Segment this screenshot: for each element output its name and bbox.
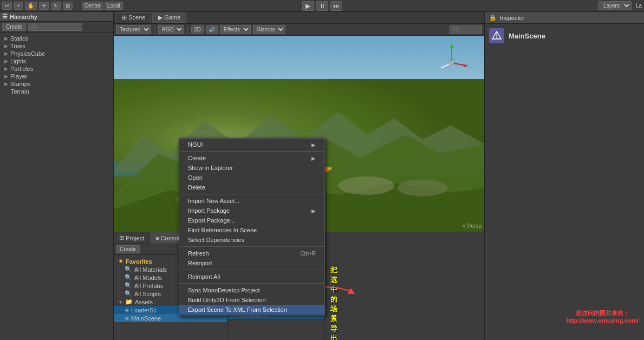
ctx-sep4	[179, 270, 324, 270]
scene-asset-icon	[489, 28, 504, 43]
folder-icon: 📁	[125, 298, 133, 305]
arrow-icon: ▶	[4, 51, 8, 56]
ctx-item-ngui[interactable]: NGUI ▶	[179, 140, 324, 149]
item-label: All Prefabs	[134, 283, 163, 289]
hand-tool[interactable]: ✋	[25, 2, 37, 10]
hierarchy-item-particles[interactable]: ▶ Particles	[0, 65, 113, 73]
ctx-item-create[interactable]: Create ▶	[179, 153, 324, 163]
hierarchy-item-label: Stamps	[10, 81, 30, 87]
center-toggle[interactable]: Center	[82, 2, 103, 10]
hierarchy-item-lights[interactable]: ▶ Lights	[0, 57, 113, 65]
ctx-label: Reimport All	[188, 273, 220, 280]
scene-game-tabs-row: ⊞ Scene ▶ Game	[114, 12, 484, 24]
top-toolbar: ↩ + ✋ ✛ ↻ ⊞ Center Local ▶ ⏸ ⏭ Layers La	[0, 0, 644, 12]
2d-button[interactable]: 2D	[191, 25, 204, 34]
move-tool[interactable]: ✛	[39, 2, 49, 10]
project-create-button[interactable]: Create	[116, 245, 140, 253]
hierarchy-item-trees[interactable]: ▶ Trees	[0, 42, 113, 50]
arrow-icon: ▶	[4, 58, 8, 64]
item-label: LoaderSc	[131, 307, 157, 313]
ctx-label: NGUI	[188, 141, 203, 148]
favorites-star-icon: ★	[118, 258, 123, 265]
hierarchy-item-terrain[interactable]: Terrain	[0, 88, 113, 95]
center-local-controls: Center Local	[82, 2, 123, 10]
pause-button[interactable]: ⏸	[316, 1, 328, 11]
ctx-item-find-references[interactable]: Find References In Scene	[179, 225, 324, 235]
effects-dropdown[interactable]: Effects	[220, 25, 251, 34]
ctx-sep5	[179, 283, 324, 284]
hierarchy-item-statics[interactable]: ▶ Statics	[0, 35, 113, 42]
hierarchy-item-label: PhysicsCube	[10, 50, 45, 57]
redo-button[interactable]: +	[14, 2, 23, 10]
rotate-tool[interactable]: ↻	[51, 2, 61, 10]
ctx-label: Import New Asset...	[188, 198, 239, 204]
arrow-icon: ▶	[4, 66, 8, 71]
ctx-item-import-new-asset[interactable]: Import New Asset...	[179, 196, 324, 206]
ctx-sep	[179, 151, 324, 152]
textured-dropdown[interactable]: Textured	[116, 25, 151, 34]
hierarchy-item-physicscube[interactable]: ▶ PhysicsCube	[0, 50, 113, 57]
hierarchy-title: Hierarchy	[10, 14, 37, 20]
search-icon: 🔍	[125, 290, 132, 297]
hierarchy-item-stamps[interactable]: ▶ Stamps	[0, 80, 113, 88]
ctx-label: Delete	[188, 184, 205, 191]
scale-tool[interactable]: ⊞	[63, 2, 73, 10]
scene-toolbar: Textured RGB 2D 🔊 Effects Gizmos	[114, 24, 484, 36]
item-label: All Scripts	[134, 291, 161, 297]
play-button[interactable]: ▶	[302, 1, 314, 11]
assets-label: Assets	[135, 299, 153, 305]
ctx-item-export-scene-xml[interactable]: Export Scene To XML From Selection	[179, 305, 324, 315]
la-label: La	[636, 3, 642, 9]
inspector-scene-name: MainScene	[509, 32, 545, 40]
tab-scene[interactable]: ⊞ Scene	[116, 12, 151, 23]
ctx-item-sync-monodevelop[interactable]: Sync MonoDevelop Project	[179, 285, 324, 295]
hierarchy-item-player[interactable]: ▶ Player	[0, 73, 113, 80]
persp-label: < Persp	[463, 223, 482, 229]
rgb-dropdown[interactable]: RGB	[158, 25, 184, 34]
arrow-icon: ▶	[4, 36, 8, 41]
ctx-label: Refresh	[188, 250, 209, 257]
item-label: All Models	[134, 274, 162, 281]
hierarchy-item-label: Trees	[10, 43, 25, 49]
hierarchy-search-input[interactable]	[28, 23, 82, 31]
watermark: 您访问的图片来自： http://www.omuying.com/	[567, 309, 639, 324]
ctx-item-select-dependencies[interactable]: Select Dependencies	[179, 235, 324, 245]
tab-project[interactable]: ⊞ Project	[114, 232, 150, 244]
ctx-item-delete[interactable]: Delete	[179, 182, 324, 192]
ctx-item-export-package[interactable]: Export Package...	[179, 215, 324, 225]
undo-button[interactable]: ↩	[2, 2, 12, 10]
scene-search[interactable]	[450, 25, 482, 34]
scene-tab-label: Scene	[128, 14, 145, 21]
gizmo-svg: Y X	[435, 41, 468, 74]
tab-game[interactable]: ▶ Game	[152, 12, 186, 23]
ctx-label: Reimport	[188, 260, 212, 266]
annotation-arrow	[320, 276, 363, 298]
ctx-sep3	[179, 246, 324, 247]
hierarchy-item-label: Particles	[10, 66, 33, 72]
step-button[interactable]: ⏭	[330, 1, 342, 11]
ctx-item-show-in-explorer[interactable]: Show in Explorer	[179, 163, 324, 173]
item-label: All Materials	[134, 266, 167, 273]
toolbar-sep2	[187, 26, 188, 34]
search-icon: 🔍	[125, 274, 132, 281]
ctx-item-reimport[interactable]: Reimport	[179, 258, 324, 268]
ctx-label: Create	[188, 155, 206, 161]
local-toggle[interactable]: Local	[105, 2, 123, 10]
hierarchy-item-label: Lights	[10, 58, 26, 64]
ctx-item-build-unity3d[interactable]: Build Unity3D From Selection	[179, 295, 324, 305]
ctx-item-refresh[interactable]: Refresh Ctrl+R	[179, 249, 324, 258]
hierarchy-create-button[interactable]: Create	[2, 23, 26, 31]
gizmos-dropdown[interactable]: Gizmos	[253, 25, 285, 34]
arrow-icon: ▶	[4, 43, 8, 49]
layers-dropdown[interactable]: Layers	[599, 1, 632, 10]
audio-button[interactable]: 🔊	[206, 25, 218, 34]
scene-tab-icon: ⊞	[122, 14, 127, 21]
ctx-label: Open	[188, 174, 203, 181]
svg-text:X: X	[466, 63, 468, 68]
inspector-header: 🔒 Inspector	[485, 12, 644, 24]
ctx-item-import-package[interactable]: Import Package ▶	[179, 206, 324, 215]
ctx-item-open[interactable]: Open	[179, 173, 324, 182]
ctx-item-reimport-all[interactable]: Reimport All	[179, 272, 324, 282]
hierarchy-list: ▶ Statics ▶ Trees ▶ PhysicsCube ▶ Lights…	[0, 32, 113, 340]
svg-point-5	[339, 176, 395, 194]
